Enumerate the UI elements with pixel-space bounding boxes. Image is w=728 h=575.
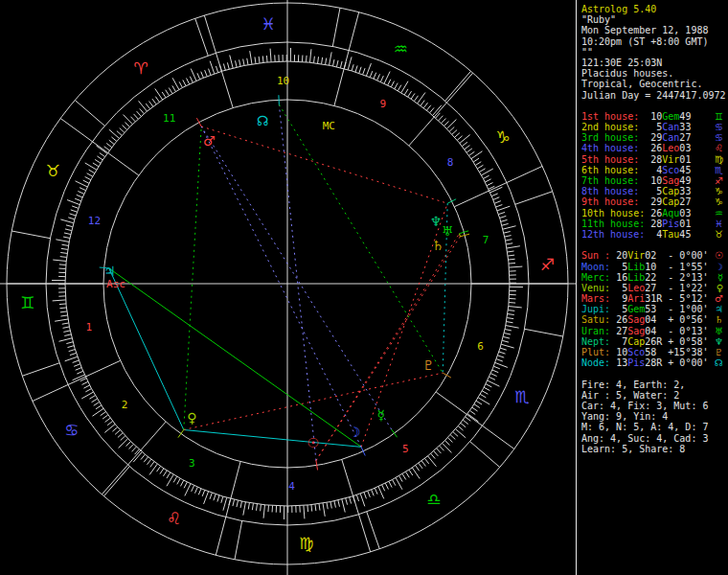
aspect-Moon-Jupi [109, 268, 361, 447]
house-number-10: 10 [277, 75, 289, 87]
sign-glyph-Leo: ♌ [715, 143, 723, 153]
house-row: 12th house: 4Tau45♉ [581, 229, 728, 240]
house-row: 5th house: 28Vir01♍ [581, 154, 728, 165]
aspect-Merc-Mars [201, 126, 392, 429]
planet-row: Sun : 20Vir02 - 0°00'☉ [581, 250, 728, 261]
sign-glyph-Pis: ♓ [715, 218, 723, 229]
aspect-lines [109, 104, 461, 460]
house-number-9: 9 [379, 98, 386, 110]
aspect-Venu-Mars [184, 126, 201, 430]
planet-glyph-Mars: ♂ [715, 293, 723, 304]
planet-row: Satu: 26Sag04 + 0°56'♄ [581, 314, 728, 325]
planet-row: Nept: 7Cap26R + 0°58'♆ [581, 336, 728, 347]
planet-row: Uran: 27Sag04 - 0°13'♅ [581, 326, 728, 336]
label-Asc: Asc [106, 278, 125, 290]
sign-glyph-Tau: ♉ [715, 229, 723, 240]
sign-glyph-Sag: ♐ [715, 175, 723, 186]
house-number-3: 3 [189, 457, 195, 470]
app-title: Astrolog 5.40 [581, 4, 728, 14]
sign-glyph-Can: ♋ [64, 421, 79, 440]
sign-glyph-Gem: ♊ [20, 293, 34, 312]
chart-location-name: "" [581, 47, 728, 58]
zodiac-setting: Tropical, Geocentric. [581, 79, 728, 89]
sign-glyph-Sco: ♏ [715, 165, 723, 175]
house-row: 1st house: 10Gem49♊ [581, 111, 728, 122]
planet-glyph-Mars: ♂ [203, 133, 216, 149]
blank-line [581, 240, 728, 250]
sign-glyph-Pis: ♓ [262, 14, 276, 34]
sign-glyph-Cap: ♑ [495, 127, 510, 147]
house-number-6: 6 [477, 340, 484, 353]
chart-area: ♈♉♊♋♌♍♎♏♐♑♒♓123456789101112☉☽☿♀♂♃♄♅♆♇☊MC… [0, 0, 576, 575]
planet-row: Venu: 5Leo27 - 1°22'♀ [581, 283, 728, 293]
planet-row: Mars: 9Ari31R - 5°12'♂ [581, 293, 728, 304]
stat-line: Ang: 4, Suc: 4, Cad: 3 [581, 433, 728, 444]
aspect-Sun-Node [279, 104, 316, 460]
sign-glyph-Tau: ♉ [46, 161, 60, 180]
info-panel: Astrolog 5.40 "Ruby" Mon September 12, 1… [576, 0, 728, 575]
house-number-2: 2 [122, 399, 128, 411]
sign-glyph-Cap: ♑ [715, 196, 723, 207]
sign-glyph-Lib: ♎ [426, 490, 441, 509]
chart-time: 10:20pm (ST +8:00 GMT) [581, 36, 728, 47]
house-row: 8th house: 5Cap33♑ [581, 186, 728, 196]
astrolog-window: ♈♉♊♋♌♍♎♏♐♑♒♓123456789101112☉☽☿♀♂♃♄♅♆♇☊MC… [0, 0, 728, 575]
julian-day: Julian Day = 2447417.0972 [581, 90, 728, 101]
chart-name: "Ruby" [581, 14, 728, 25]
sign-glyph-Gem: ♊ [715, 111, 723, 122]
planet-glyph-Plut: ♇ [422, 357, 435, 373]
house-number-11: 11 [163, 112, 175, 125]
planet-glyph-Merc: ☿ [376, 407, 385, 423]
planet-row: Jupi: 5Gem53 - 1°00'♃ [581, 304, 728, 314]
planet-row: Node: 13Pis28R + 0°00'☊ [581, 357, 728, 368]
planet-glyph-Uran: ♅ [715, 326, 723, 336]
label-MC: MC [323, 120, 335, 132]
house-number-8: 8 [447, 156, 454, 169]
sign-glyph-Leo: ♌ [167, 509, 181, 528]
sign-glyph-Sco: ♏ [514, 387, 529, 406]
aspect-Venu-Plut [184, 373, 443, 429]
point-labels: MCAsc [106, 120, 335, 289]
aspect-Satu-Uran [460, 234, 461, 237]
planet-glyph-Venu: ♀ [187, 410, 196, 426]
house-row: 4th house: 26Leo03♌ [581, 143, 728, 153]
house-row: 3rd house: 29Can27♋ [581, 132, 728, 143]
sign-glyph-Aqu: ♒ [715, 208, 723, 218]
house-number-5: 5 [402, 443, 409, 455]
stat-line: Learn: 5, Share: 8 [581, 444, 728, 454]
aspect-Venu-Jupi [109, 268, 184, 430]
chart-date: Mon September 12, 1988 [581, 25, 728, 35]
planet-glyph-Node: ☊ [257, 113, 268, 128]
aspect-Moon-Mars [201, 126, 361, 447]
blank-line [581, 101, 728, 111]
planet-glyph-Sun: ☉ [307, 435, 320, 450]
chart-wheel: ♈♉♊♋♌♍♎♏♐♑♒♓123456789101112☉☽☿♀♂♃♄♅♆♇☊MC… [0, 0, 576, 575]
stat-line: Fire: 4, Earth: 2, [581, 380, 728, 390]
house-row: 11th house: 28Pis01♓ [581, 218, 728, 229]
aspect-Sun-Satu [316, 237, 460, 461]
sign-glyph-Vir: ♍ [299, 534, 313, 553]
planet-glyph-Merc: ☿ [717, 272, 723, 283]
planet-glyph-Plut: ♇ [715, 347, 723, 357]
aspect-Venu-Moon [184, 429, 361, 447]
house-number-1: 1 [86, 321, 93, 334]
blank-line [581, 368, 728, 379]
sign-glyph-Vir: ♍ [715, 154, 723, 165]
stat-line: Air : 5, Water: 2 [581, 390, 728, 401]
sign-glyph-Can: ♋ [715, 122, 723, 132]
planet-glyph-Moon: ☽ [349, 425, 361, 440]
house-row: 6th house: 4Sco45♏ [581, 165, 728, 175]
house-row: 2nd house: 5Can33♋ [581, 122, 728, 132]
house-row: 9th house: 29Cap27♑ [581, 196, 728, 207]
aspect-Node-Plut [279, 104, 443, 373]
planet-glyph-Nept: ♆ [430, 214, 443, 229]
sign-glyph-Cap: ♑ [715, 186, 723, 196]
planet-row: Merc: 16Lib22 - 2°13'☿ [581, 272, 728, 283]
sign-glyph-Aqu: ♒ [394, 39, 408, 58]
house-row: 10th house: 26Aqu03♒ [581, 208, 728, 218]
house-number-12: 12 [88, 215, 101, 227]
sign-glyph-Ari: ♈ [134, 58, 148, 78]
planet-glyph-Jupi: ♃ [715, 304, 723, 314]
house-number-7: 7 [483, 234, 489, 246]
planet-glyph-Node: ☊ [715, 357, 723, 368]
